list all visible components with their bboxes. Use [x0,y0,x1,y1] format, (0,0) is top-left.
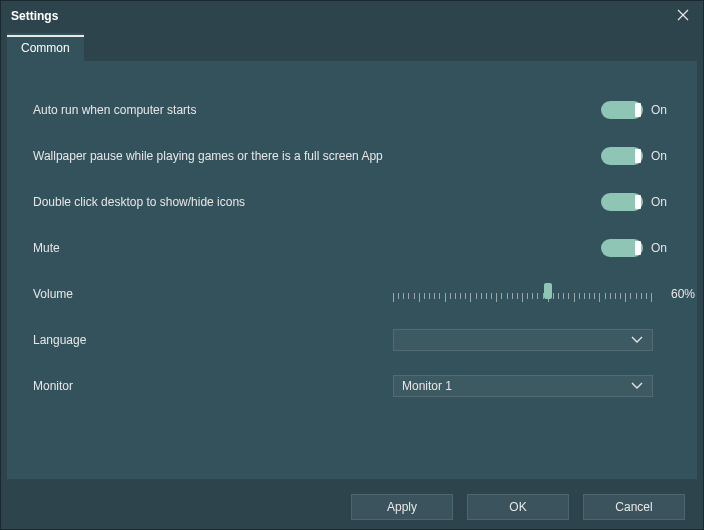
language-select[interactable] [393,329,653,351]
close-icon [677,9,689,24]
volume-label: Volume [33,287,393,301]
language-label: Language [33,333,393,347]
settings-pane: Auto run when computer starts On Wallpap… [7,61,697,479]
apply-button[interactable]: Apply [351,494,453,520]
window-title: Settings [11,9,58,23]
row-mute: Mute On [33,225,671,271]
row-dblclick: Double click desktop to show/hide icons … [33,179,671,225]
autorun-state: On [651,103,671,117]
volume-slider[interactable] [393,281,651,307]
volume-value: 60% [665,287,695,301]
monitor-selected: Monitor 1 [402,379,630,393]
ok-button[interactable]: OK [467,494,569,520]
row-autorun: Auto run when computer starts On [33,87,671,133]
close-button[interactable] [673,6,693,26]
monitor-select[interactable]: Monitor 1 [393,375,653,397]
mute-toggle[interactable] [601,239,643,257]
row-language: Language [33,317,671,363]
row-volume: Volume 60% [33,271,671,317]
dblclick-state: On [651,195,671,209]
footer: Apply OK Cancel [1,485,703,529]
dblclick-label: Double click desktop to show/hide icons [33,195,393,209]
monitor-label: Monitor [33,379,393,393]
pause-label: Wallpaper pause while playing games or t… [33,149,393,163]
chevron-down-icon [630,336,644,344]
mute-label: Mute [33,241,393,255]
tab-label: Common [21,41,70,55]
titlebar: Settings [1,1,703,31]
settings-window: Settings Common Auto run when computer s… [0,0,704,530]
pause-toggle[interactable] [601,147,643,165]
row-monitor: Monitor Monitor 1 [33,363,671,409]
autorun-toggle[interactable] [601,101,643,119]
tab-common[interactable]: Common [7,33,84,61]
row-pause: Wallpaper pause while playing games or t… [33,133,671,179]
volume-thumb[interactable] [544,283,552,299]
mute-state: On [651,241,671,255]
dblclick-toggle[interactable] [601,193,643,211]
chevron-down-icon [630,382,644,390]
cancel-button[interactable]: Cancel [583,494,685,520]
pause-state: On [651,149,671,163]
autorun-label: Auto run when computer starts [33,103,393,117]
tabbar: Common [1,31,703,61]
